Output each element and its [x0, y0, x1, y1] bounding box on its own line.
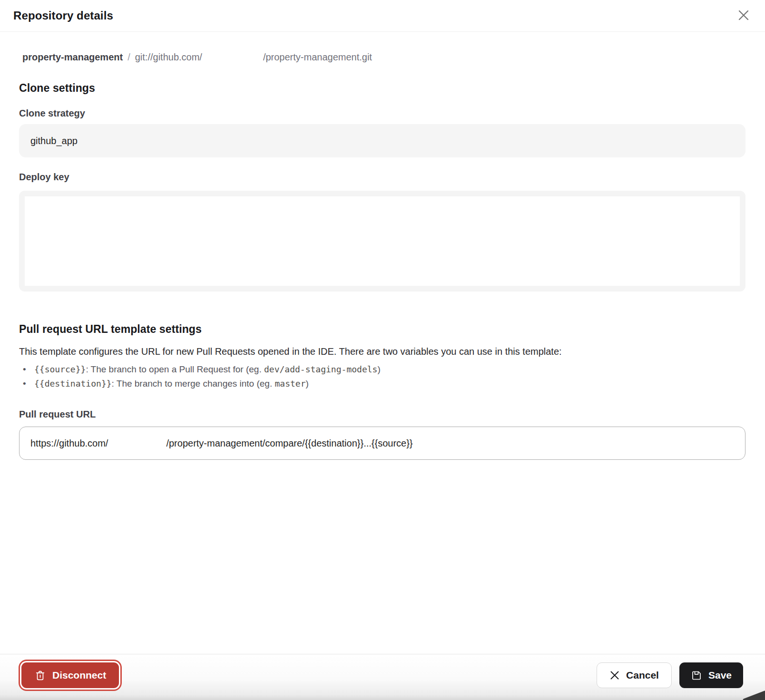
- close-icon: [736, 8, 751, 24]
- pull-request-url-label: Pull request URL: [19, 408, 745, 420]
- breadcrumb: property-management / git://github.com/ …: [19, 50, 745, 64]
- disconnect-button-label: Disconnect: [52, 670, 106, 681]
- save-floppy-icon: [691, 670, 702, 681]
- save-button-label: Save: [708, 670, 732, 681]
- deploy-key-input[interactable]: [19, 191, 745, 292]
- source-variable-code: {{source}}: [34, 364, 86, 374]
- cancel-button-label: Cancel: [626, 670, 659, 681]
- clone-settings-heading: Clone settings: [19, 82, 745, 95]
- modal-body: property-management / git://github.com/ …: [0, 50, 765, 460]
- trash-icon: [34, 670, 46, 681]
- breadcrumb-remote-url-suffix: /property-management.git: [263, 50, 372, 64]
- modal-header: Repository details: [0, 0, 765, 32]
- modal-footer: Disconnect Cancel Save: [0, 654, 765, 700]
- pull-request-url-suffix: /property-management/compare/{{destinati…: [166, 438, 412, 449]
- cancel-x-icon: [609, 670, 620, 681]
- breadcrumb-repo-name: property-management: [22, 50, 123, 64]
- pr-template-description: This template configures the URL for new…: [19, 344, 745, 359]
- close-button[interactable]: [735, 7, 752, 24]
- clone-strategy-field: github_app: [19, 124, 745, 157]
- deploy-key-label: Deploy key: [19, 171, 745, 183]
- source-variable-item: {{source}}: The branch to open a Pull Re…: [19, 362, 745, 377]
- source-variable-text: : The branch to open a Pull Request for …: [86, 364, 264, 374]
- repository-details-modal: Repository details property-management /…: [0, 0, 765, 460]
- cancel-button[interactable]: Cancel: [597, 662, 672, 688]
- breadcrumb-separator: /: [128, 50, 130, 64]
- redacted-org-gap: [108, 443, 166, 444]
- pr-template-settings-heading: Pull request URL template settings: [19, 323, 745, 336]
- destination-variable-close: ): [306, 379, 309, 389]
- background-corner-artifact: [743, 690, 765, 700]
- source-variable-example: dev/add-staging-models: [264, 364, 377, 374]
- source-variable-close: ): [377, 364, 380, 374]
- clone-strategy-value: github_app: [30, 136, 78, 146]
- disconnect-button[interactable]: Disconnect: [21, 662, 119, 688]
- destination-variable-code: {{destination}}: [34, 379, 112, 389]
- destination-variable-example: master: [275, 379, 305, 389]
- breadcrumb-remote-url-prefix: git://github.com/: [135, 50, 202, 64]
- pull-request-url-input[interactable]: https://github.com/ /property-management…: [19, 427, 745, 460]
- pr-template-variable-list: {{source}}: The branch to open a Pull Re…: [19, 362, 745, 391]
- destination-variable-text: : The branch to merge changes into (eg.: [112, 379, 275, 389]
- pull-request-url-prefix: https://github.com/: [30, 438, 108, 449]
- save-button[interactable]: Save: [679, 662, 743, 688]
- modal-title: Repository details: [13, 9, 113, 22]
- destination-variable-item: {{destination}}: The branch to merge cha…: [19, 377, 745, 391]
- redacted-org-gap: [202, 60, 263, 60]
- footer-actions: Cancel Save: [597, 662, 743, 688]
- clone-strategy-label: Clone strategy: [19, 107, 745, 119]
